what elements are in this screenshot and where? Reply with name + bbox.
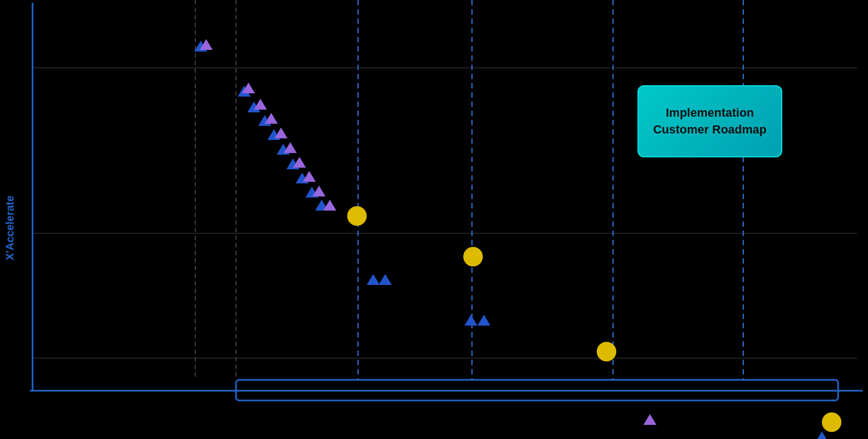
legend-label: ImplementationCustomer Roadmap: [653, 105, 767, 138]
main-chart: X'Accelerate: [0, 0, 868, 439]
yellow-circle: [347, 206, 367, 226]
y-axis-label: X'Accelerate: [4, 195, 16, 260]
yellow-circle-small: [597, 347, 605, 356]
yellow-circle-small: [608, 347, 616, 356]
yellow-circle: [463, 247, 483, 266]
chart-container: X'Accelerate: [0, 0, 868, 439]
yellow-circle: [822, 412, 841, 432]
svg-rect-0: [0, 0, 868, 439]
legend-box: ImplementationCustomer Roadmap: [637, 85, 782, 157]
